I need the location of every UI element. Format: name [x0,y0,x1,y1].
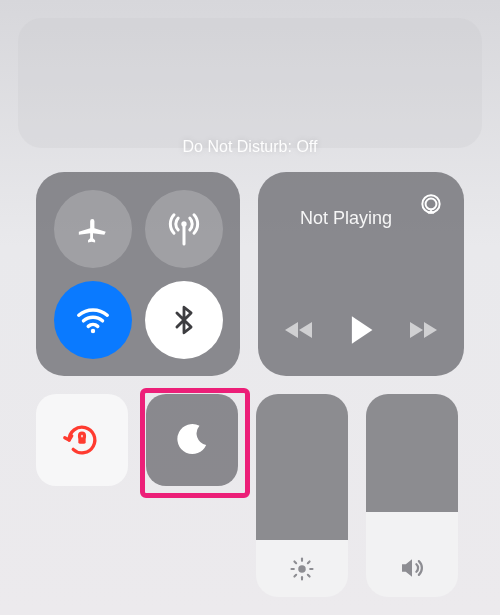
wifi-toggle[interactable] [54,281,132,359]
wifi-icon [74,301,112,339]
connectivity-panel[interactable] [36,172,240,376]
play-button[interactable] [346,314,376,346]
media-panel[interactable]: Not Playing [258,172,464,376]
row-1: Not Playing [36,172,464,376]
volume-track-dark [366,394,458,512]
rotation-lock-toggle[interactable] [36,394,128,486]
brightness-slider[interactable] [256,394,348,597]
do-not-disturb-toggle[interactable] [146,394,238,486]
speaker-icon [397,553,427,583]
control-center-grid: Not Playing [36,172,464,615]
brightness-icon-wrap [256,555,348,583]
bluetooth-toggle[interactable] [145,281,223,359]
next-track-button[interactable] [406,318,438,342]
svg-point-6 [298,565,305,572]
volume-slider[interactable] [366,394,458,597]
rotation-lock-icon [60,418,104,462]
brightness-track-dark [256,394,348,540]
svg-line-13 [294,575,296,577]
airplane-icon [76,212,110,246]
status-toast-label: Do Not Disturb: Off [0,138,500,156]
top-glass-panel [18,18,482,148]
previous-track-button[interactable] [284,318,316,342]
cellular-icon [164,209,204,249]
airplane-mode-toggle[interactable] [54,190,132,268]
volume-icon-wrap [366,553,458,583]
cellular-data-toggle[interactable] [145,190,223,268]
bluetooth-icon [167,303,201,337]
svg-line-14 [308,561,310,563]
media-now-playing-label: Not Playing [258,208,464,229]
svg-line-11 [294,561,296,563]
moon-icon [172,420,212,460]
sun-icon [288,555,316,583]
media-transport-controls [258,314,464,346]
svg-line-12 [308,575,310,577]
svg-point-2 [90,328,94,332]
row-2 [36,394,464,597]
